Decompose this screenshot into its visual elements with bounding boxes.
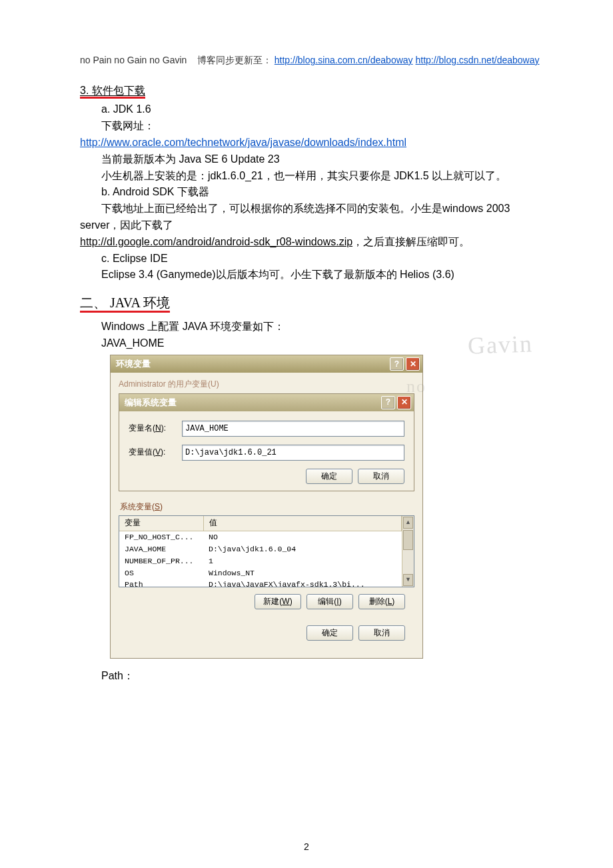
item-a: a. JDK 1.6 xyxy=(80,101,540,118)
page-header: no Pain no Gain no Gavin 博客同步更新至： http:/… xyxy=(80,53,540,68)
para-installed-version: 小生机器上安装的是：jdk1.6.0_21，也一样用，其实只要你是 JDK1.5… xyxy=(80,168,540,185)
new-button[interactable]: 新建(W) xyxy=(255,594,301,609)
table-row[interactable]: FP_NO_HOST_C...NO xyxy=(119,531,402,543)
jdk-download-link[interactable]: http://www.oracle.com/technetwork/java/j… xyxy=(80,137,406,148)
user-vars-label: Administrator 的用户变量(U) xyxy=(119,378,414,391)
header-link-1[interactable]: http://blog.sina.com.cn/deaboway xyxy=(275,55,413,65)
close-icon[interactable]: ✕ xyxy=(406,357,420,371)
system-vars-label: 系统变量(S) xyxy=(120,501,414,513)
ok-button[interactable]: 确定 xyxy=(306,469,352,484)
download-label: 下载网址： xyxy=(80,118,540,135)
header-left: no Pain no Gain no Gavin xyxy=(80,55,187,65)
para-current-version: 当前最新版本为 Java SE 6 Update 23 xyxy=(80,151,540,168)
para-eclipse: Eclipse 3.4 (Ganymede)以后版本均可。小生下载了最新版本的 … xyxy=(80,267,540,283)
page-number: 2 xyxy=(0,840,613,855)
column-variable[interactable]: 变量 xyxy=(119,516,204,531)
java-env-line1: Windows 上配置 JAVA 环境变量如下： xyxy=(80,319,540,335)
table-row[interactable]: OSWindows_NT xyxy=(119,567,402,579)
header-mid: 博客同步更新至： xyxy=(197,55,272,65)
help-icon[interactable]: ? xyxy=(381,396,395,409)
table-row[interactable]: JAVA_HOMED:\java\jdk1.6.0_04 xyxy=(119,543,402,555)
item-c: c. Eclipse IDE xyxy=(80,251,540,267)
var-value-label: 变量值(V): xyxy=(129,446,182,459)
para-sdk: 下载地址上面已经给出了，可以根据你的系统选择不同的安装包。小生是windows … xyxy=(80,201,540,234)
system-vars-list[interactable]: 变量 值 FP_NO_HOST_C...NOJAVA_HOMED:\java\j… xyxy=(119,515,414,587)
header-link-2[interactable]: http://blog.csdn.net/deaboway xyxy=(415,55,539,65)
env-vars-title: 环境变量 xyxy=(116,357,151,371)
edit-button[interactable]: 编辑(I) xyxy=(306,594,353,609)
scroll-up-icon[interactable]: ▲ xyxy=(403,517,413,529)
outer-ok-button[interactable]: 确定 xyxy=(306,625,353,641)
edit-sysvar-title: 编辑系统变量 xyxy=(125,396,177,409)
scroll-down-icon[interactable]: ▼ xyxy=(403,574,413,586)
var-name-input[interactable] xyxy=(182,421,404,437)
item-b: b. Android SDK 下载器 xyxy=(80,184,540,201)
env-vars-window: 环境变量 ? ✕ Administrator 的用户变量(U) 编辑系统变量 ?… xyxy=(110,355,423,659)
outer-cancel-button[interactable]: 取消 xyxy=(358,625,405,641)
var-value-input[interactable] xyxy=(182,445,404,461)
edit-system-variable-window: 编辑系统变量 ? ✕ 变量名(N): 变量值(V): xyxy=(119,393,414,491)
scroll-thumb[interactable] xyxy=(403,530,413,550)
table-row[interactable]: NUMBER_OF_PR...1 xyxy=(119,555,402,567)
sdk-url[interactable]: http://dl.google.com/android/android-sdk… xyxy=(80,236,352,247)
para-sdk-url-line: http://dl.google.com/android/android-sdk… xyxy=(80,234,540,251)
scrollbar[interactable]: ▲ ▼ xyxy=(402,516,414,587)
section-java-title: 二、 JAVA 环境 xyxy=(80,295,170,313)
close-icon[interactable]: ✕ xyxy=(397,396,411,409)
column-value[interactable]: 值 xyxy=(204,516,402,531)
java-env-line2: JAVA_HOME xyxy=(80,335,540,352)
section-3-title: 3. 软件包下载 xyxy=(80,85,145,99)
help-icon[interactable]: ? xyxy=(390,357,404,371)
table-row[interactable]: PathD:\java\JavaFX\javafx-sdk1.3\bi... xyxy=(119,579,402,587)
path-label: Path： xyxy=(80,668,540,685)
var-name-label: 变量名(N): xyxy=(129,422,182,435)
delete-button[interactable]: 删除(L) xyxy=(358,594,405,609)
cancel-button[interactable]: 取消 xyxy=(358,469,404,484)
